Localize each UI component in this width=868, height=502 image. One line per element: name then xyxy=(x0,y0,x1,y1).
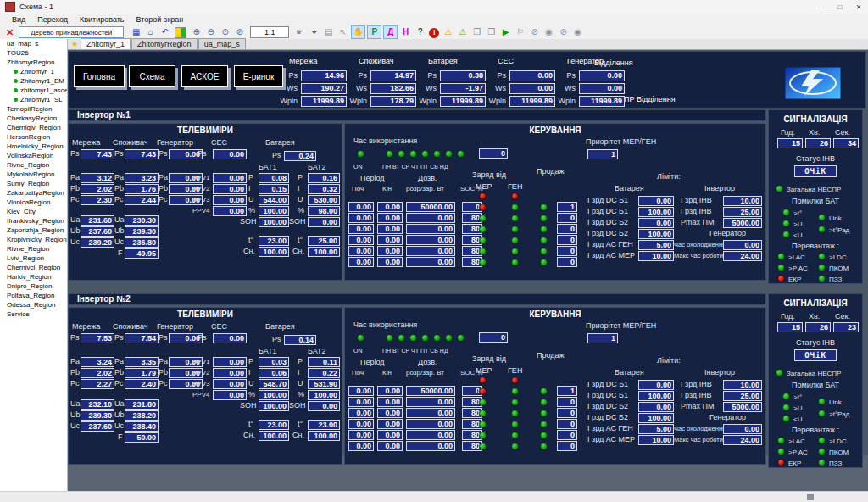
charge-limit-field[interactable]: 0.00 xyxy=(406,246,455,256)
play-icon[interactable]: ▶ xyxy=(499,26,512,38)
bat-limit-field[interactable]: 0.00 xyxy=(638,380,674,390)
period-start-field[interactable]: 0.00 xyxy=(348,202,374,212)
period-end-field[interactable]: 0.00 xyxy=(377,224,403,234)
period-end-field[interactable]: 0.00 xyxy=(377,430,403,440)
bat-limit-field[interactable]: 0.00 xyxy=(638,402,674,412)
tree-item-HersonRegion[interactable]: HersonRegion xyxy=(0,132,67,142)
period-end-field[interactable]: 0.00 xyxy=(377,419,403,429)
period-start-field[interactable]: 0.00 xyxy=(348,441,374,451)
tree-item-Chernivci_Region[interactable]: Chernivci_Region xyxy=(0,263,67,272)
inv-limit-field[interactable]: 5000.00 xyxy=(723,218,762,228)
warning-ack-icon[interactable]: ⚠ xyxy=(456,26,469,38)
period-start-field[interactable]: 0.00 xyxy=(348,213,374,223)
charge-limit-field[interactable]: 0.00 xyxy=(406,224,455,234)
charge-limit-field[interactable]: 0.00 xyxy=(406,235,455,245)
tree-item-Hmelnicky_Region[interactable]: Hmelnicky_Region xyxy=(0,142,67,151)
tree-item-Zhitomyr_1[interactable]: Zhitomyr_1 xyxy=(0,67,67,76)
scale-box[interactable]: 1:1 xyxy=(250,26,289,38)
period-start-field[interactable]: 0.00 xyxy=(348,235,374,245)
period-start-field[interactable]: 0.00 xyxy=(348,386,374,396)
inv-limit-field[interactable]: 10.00 xyxy=(723,196,762,206)
nav-button-АСКОЕ[interactable]: АСКОЕ xyxy=(181,65,228,87)
speaker-off-icon[interactable]: ⊘ xyxy=(528,26,541,38)
charge-limit-field[interactable]: 0.00 xyxy=(406,213,455,223)
inv-limit-field[interactable]: 5000.00 xyxy=(723,402,762,412)
charge-limit-field[interactable]: 0.00 xyxy=(406,430,455,440)
gen-limit-field[interactable]: 24.00 xyxy=(723,251,762,261)
charge-limit-field[interactable]: 0.00 xyxy=(406,257,455,267)
period-end-field[interactable]: 0.00 xyxy=(377,257,403,267)
charge-limit-field[interactable]: 0.00 xyxy=(406,397,455,407)
sell-field[interactable]: 0 xyxy=(557,246,577,256)
menu-item-3[interactable]: Второй экран xyxy=(136,15,184,24)
period-start-field[interactable]: 0.00 xyxy=(348,257,374,267)
chart-view-icon[interactable]: ▦ xyxy=(130,26,142,38)
bat-limit-field[interactable]: 0.00 xyxy=(638,218,674,228)
sell-field[interactable]: 0 xyxy=(557,213,577,223)
bat-limit-field[interactable]: 100.00 xyxy=(638,391,674,401)
period-start-field[interactable]: 0.00 xyxy=(348,246,374,256)
tree-item-zhitomyr1_asoe[interactable]: zhitomyr1_asoe xyxy=(0,86,67,95)
sell-field[interactable]: 0 xyxy=(557,408,577,418)
charge-limit-field[interactable]: 0.00 xyxy=(406,408,455,418)
tree-selector[interactable]: Дерево принадлежностей xyxy=(19,26,124,38)
tree-item-MykolaivRegion[interactable]: MykolaivRegion xyxy=(0,170,67,179)
inv-limit-field[interactable]: 25.00 xyxy=(723,391,762,401)
tree-item-VinnicaRegion[interactable]: VinnicaRegion xyxy=(0,198,67,207)
sell-field[interactable]: 0 xyxy=(557,419,577,429)
sell-field[interactable]: 1 xyxy=(557,202,577,212)
sell-field[interactable]: 0 xyxy=(557,257,577,267)
sell-field[interactable]: 1 xyxy=(557,386,577,396)
grab-hand-icon[interactable]: ☛ xyxy=(293,26,306,38)
sell-field[interactable]: 0 xyxy=(557,430,577,440)
tree-item-Kiev_City[interactable]: Kiev_City xyxy=(0,207,67,216)
tree-item-Kropivnicky_Region[interactable]: Kropivnicky_Region xyxy=(0,235,67,244)
nav-button-Головна[interactable]: Головна xyxy=(74,65,125,87)
d-mode-icon[interactable]: Д xyxy=(383,25,398,39)
sell-field[interactable]: 0 xyxy=(557,397,577,407)
zoom-reset-icon[interactable]: ⊘ xyxy=(233,26,246,38)
bat-limit-field[interactable]: 5.00 xyxy=(638,240,674,250)
tab-ua_map_s[interactable]: ua_map_s xyxy=(198,38,246,49)
resize-grip[interactable] xyxy=(807,494,814,500)
inv-limit-field[interactable]: 10.00 xyxy=(723,380,762,390)
usage-field[interactable]: 0 xyxy=(479,332,508,343)
gen-limit-field[interactable]: 0.00 xyxy=(723,424,762,434)
minimize-icon[interactable]: — xyxy=(812,1,831,14)
tree-item-ZhitomyrRegion[interactable]: ZhitomyrRegion xyxy=(0,58,67,67)
period-end-field[interactable]: 0.00 xyxy=(377,202,403,212)
period-start-field[interactable]: 0.00 xyxy=(348,408,374,418)
bat-limit-field[interactable]: 100.00 xyxy=(638,413,674,423)
tree-item-ZakarpattyaRegion[interactable]: ZakarpattyaRegion xyxy=(0,188,67,198)
marker-icon[interactable]: ⚐ xyxy=(514,26,526,38)
charge-limit-field[interactable]: 50000.00 xyxy=(406,202,455,212)
nav-button-Схема[interactable]: Схема xyxy=(129,65,175,87)
binoculars-icon[interactable]: ⌖ xyxy=(308,26,320,38)
bat-limit-field[interactable]: 100.00 xyxy=(638,207,674,217)
bat-limit-field[interactable]: 5.00 xyxy=(638,424,674,434)
tree-item-Zhitomyr1_SL[interactable]: Zhitomyr1_SL xyxy=(0,95,67,104)
period-start-field[interactable]: 0.00 xyxy=(348,419,374,429)
tree-item-Dnipro_Region[interactable]: Dnipro_Region xyxy=(0,282,67,291)
menu-item-0[interactable]: Вид xyxy=(12,15,25,24)
alarm-icon[interactable]: ! xyxy=(429,28,439,38)
tree-item-Ifrankivsky_Region[interactable]: Ifrankivsky_Region xyxy=(0,216,67,226)
period-end-field[interactable]: 0.00 xyxy=(377,246,403,256)
palette-icon[interactable]: ▣ xyxy=(175,27,186,38)
tree-item-Chernigiv_Region[interactable]: Chernigiv_Region xyxy=(0,123,67,132)
close-icon[interactable]: ✕ xyxy=(849,1,868,14)
charge-limit-field[interactable]: 50000.00 xyxy=(406,386,455,396)
tree-item-ua_map_s[interactable]: ua_map_s xyxy=(0,39,67,48)
tree-item-Zhitomyr1_EM[interactable]: Zhitomyr1_EM xyxy=(0,76,67,86)
tab-ZhitomyrRegion[interactable]: ZhitomyrRegion xyxy=(131,38,198,49)
charge-limit-field[interactable]: 0.00 xyxy=(406,419,455,429)
back-arrow-icon[interactable]: ↶ xyxy=(159,26,171,38)
tree-item-Rivne_Region[interactable]: Rivne_Region xyxy=(0,160,67,170)
period-end-field[interactable]: 0.00 xyxy=(377,441,403,451)
tree-item-TOU26[interactable]: TOU26 xyxy=(0,48,67,58)
bat-limit-field[interactable]: 10.00 xyxy=(638,435,674,445)
tree-item-Sumy_Region[interactable]: Sumy_Region xyxy=(0,179,67,188)
usage-field[interactable]: 0 xyxy=(479,148,508,159)
inv-limit-field[interactable]: 25.00 xyxy=(723,207,762,217)
tree-item-Harkiv_Region[interactable]: Harkiv_Region xyxy=(0,272,67,282)
